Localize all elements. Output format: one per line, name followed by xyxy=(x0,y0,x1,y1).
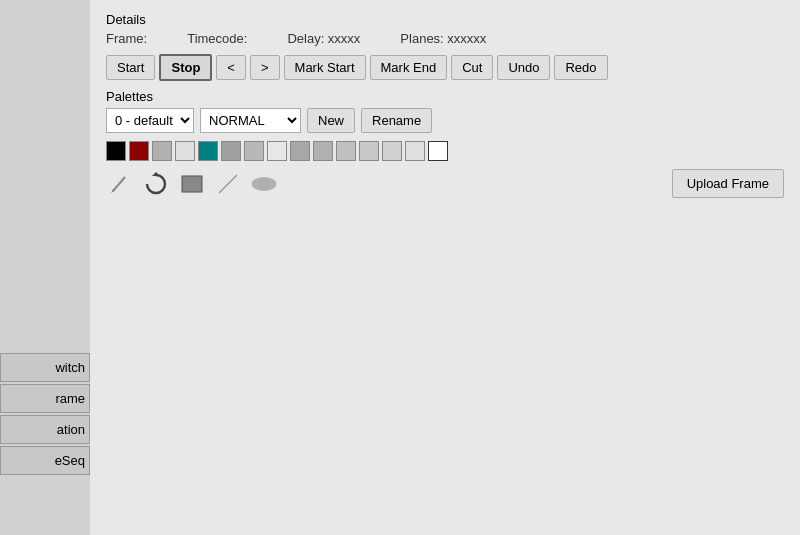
color-swatch-white[interactable] xyxy=(428,141,448,161)
tools-row: Upload Frame xyxy=(106,169,784,198)
prev-button[interactable]: < xyxy=(216,55,246,80)
color-swatch-gray6[interactable] xyxy=(336,141,356,161)
start-button[interactable]: Start xyxy=(106,55,155,80)
color-swatch-black[interactable] xyxy=(106,141,126,161)
palettes-section: Palettes 0 - default 1 2 NORMAL ADD SUBT… xyxy=(106,89,784,198)
rename-palette-button[interactable]: Rename xyxy=(361,108,432,133)
color-swatch-gray1[interactable] xyxy=(152,141,172,161)
color-swatch-gray4[interactable] xyxy=(290,141,310,161)
details-row: Frame: Timecode: Delay: xxxxx Planes: xx… xyxy=(106,31,784,46)
sidebar-item-switch[interactable]: witch xyxy=(0,353,90,382)
undo-button[interactable]: Undo xyxy=(497,55,550,80)
palette-select[interactable]: 0 - default 1 2 xyxy=(106,108,194,133)
timecode-label: Timecode: xyxy=(187,31,247,46)
mark-start-button[interactable]: Mark Start xyxy=(284,55,366,80)
ellipse-tool[interactable] xyxy=(250,170,278,198)
color-swatch-teal[interactable] xyxy=(198,141,218,161)
fill-tool[interactable] xyxy=(178,170,206,198)
svg-marker-2 xyxy=(152,172,160,176)
color-swatch-gray3[interactable] xyxy=(244,141,264,161)
details-title: Details xyxy=(106,12,784,27)
color-swatch-dark-red[interactable] xyxy=(129,141,149,161)
color-swatch-gray8[interactable] xyxy=(382,141,402,161)
svg-point-5 xyxy=(252,177,277,191)
sidebar-item-animation[interactable]: ation xyxy=(0,415,90,444)
color-swatch-gray5[interactable] xyxy=(313,141,333,161)
sidebar-item-eseq[interactable]: eSeq xyxy=(0,446,90,475)
main-panel: Details Frame: Timecode: Delay: xxxxx Pl… xyxy=(90,0,800,535)
palettes-controls: 0 - default 1 2 NORMAL ADD SUBTRACT New … xyxy=(106,108,784,133)
color-swatch-light-gray2[interactable] xyxy=(267,141,287,161)
svg-line-0 xyxy=(113,177,125,191)
mode-select[interactable]: NORMAL ADD SUBTRACT xyxy=(200,108,301,133)
stop-button[interactable]: Stop xyxy=(159,54,212,81)
details-section: Details Frame: Timecode: Delay: xxxxx Pl… xyxy=(106,12,784,46)
palettes-title: Palettes xyxy=(106,89,784,104)
redo-button[interactable]: Redo xyxy=(554,55,607,80)
toolbar: Start Stop < > Mark Start Mark End Cut U… xyxy=(106,54,784,81)
sidebar-item-frame[interactable]: rame xyxy=(0,384,90,413)
pencil-tool[interactable] xyxy=(106,170,134,198)
line-tool[interactable] xyxy=(214,170,242,198)
next-button[interactable]: > xyxy=(250,55,280,80)
delay-label: Delay: xxxxx xyxy=(287,31,360,46)
color-swatches-row xyxy=(106,141,784,161)
planes-label: Planes: xxxxxx xyxy=(400,31,486,46)
color-swatch-light-gray1[interactable] xyxy=(175,141,195,161)
color-swatch-gray2[interactable] xyxy=(221,141,241,161)
mark-end-button[interactable]: Mark End xyxy=(370,55,448,80)
svg-rect-3 xyxy=(182,176,202,192)
upload-frame-button[interactable]: Upload Frame xyxy=(672,169,784,198)
sidebar: witch rame ation eSeq xyxy=(0,0,90,535)
frame-label: Frame: xyxy=(106,31,147,46)
svg-line-4 xyxy=(219,175,237,193)
cut-button[interactable]: Cut xyxy=(451,55,493,80)
rotate-tool[interactable] xyxy=(142,170,170,198)
color-swatch-light-gray3[interactable] xyxy=(405,141,425,161)
new-palette-button[interactable]: New xyxy=(307,108,355,133)
color-swatch-gray7[interactable] xyxy=(359,141,379,161)
